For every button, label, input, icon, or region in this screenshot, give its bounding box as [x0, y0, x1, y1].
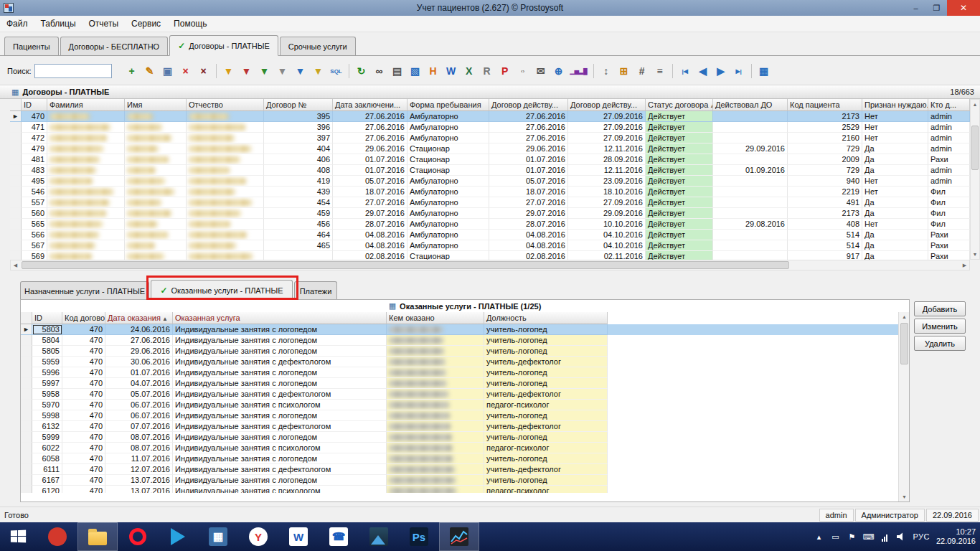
cell-acted-until[interactable]: 29.08.2016 — [713, 219, 788, 230]
menu-file[interactable]: Файл — [0, 17, 34, 31]
cell-id[interactable]: 6120 — [32, 486, 62, 493]
cell-date-signed[interactable]: 05.07.2016 — [333, 176, 407, 187]
cell-id[interactable]: 471 — [22, 122, 47, 133]
cell-contract-number[interactable]: 395 — [264, 111, 333, 122]
cell-stay-form[interactable]: Стационар — [407, 165, 489, 176]
cell-acted-until[interactable] — [713, 208, 788, 219]
scroll-thumb[interactable] — [900, 323, 908, 364]
cell-id[interactable]: 569 — [22, 251, 47, 260]
cell-valid-from[interactable]: 27.06.2016 — [489, 133, 568, 143]
cell-contract-code[interactable]: 470 — [62, 324, 105, 335]
cell-id[interactable]: 6058 — [32, 453, 62, 464]
cell-status[interactable]: Действует — [646, 143, 713, 154]
cell-contract-number[interactable]: 408 — [264, 165, 333, 176]
cell-date-rendered[interactable]: 08.07.2016 — [105, 432, 173, 443]
tray-network-icon[interactable] — [880, 532, 890, 542]
cell-service-name[interactable]: Индивидуальные занятия с психологом — [173, 486, 387, 493]
cell-stay-form[interactable]: Амбулаторно — [407, 219, 489, 230]
contracts-column-header-9[interactable]: Договор действу... — [568, 99, 646, 111]
cell-patronymic[interactable] — [187, 143, 264, 154]
cell-valid-to[interactable]: 12.11.2016 — [568, 165, 646, 176]
cell-surname[interactable] — [47, 165, 125, 176]
cell-date-rendered[interactable]: 05.07.2016 — [105, 389, 173, 400]
cell-needy[interactable]: Да — [862, 154, 928, 165]
cell-status[interactable]: Действует — [646, 230, 713, 240]
cell-patronymic[interactable] — [187, 187, 264, 197]
cell-service-name[interactable]: Индивидуальные занятия с логопедом — [173, 367, 387, 378]
cell-patronymic[interactable] — [187, 111, 264, 122]
row-indicator[interactable] — [21, 357, 32, 367]
main-tab-3[interactable]: Срочные услуги — [280, 37, 356, 55]
export-word-icon[interactable]: W — [443, 62, 460, 80]
services-table-row[interactable]: 597047006.07.2016Индивидуальные занятия … — [21, 400, 909, 410]
cell-id[interactable]: 495 — [22, 176, 47, 187]
cell-patient-code[interactable]: 408 — [788, 219, 862, 230]
contracts-hscrollbar[interactable]: ◀ ▶ — [10, 260, 970, 270]
cell-status[interactable]: Действует — [646, 165, 713, 176]
row-indicator[interactable] — [10, 240, 22, 251]
cell-contract-number[interactable]: 454 — [264, 197, 333, 208]
cell-created-by[interactable]: Рахи — [928, 230, 970, 240]
cell-created-by[interactable]: Рахи — [928, 251, 970, 260]
sort-icon[interactable]: ↕ — [598, 62, 615, 80]
cell-surname[interactable] — [47, 187, 125, 197]
services-table-row[interactable]: 612047013.07.2016Индивидуальные занятия … — [21, 486, 909, 493]
row-indicator[interactable] — [10, 154, 22, 165]
cell-id[interactable]: 472 — [22, 133, 47, 143]
cell-position[interactable]: педагог-психолог — [484, 443, 608, 453]
cell-valid-to[interactable]: 12.11.2016 — [568, 143, 646, 154]
cell-surname[interactable] — [47, 208, 125, 219]
row-indicator[interactable] — [21, 346, 32, 357]
cell-id[interactable]: 566 — [22, 230, 47, 240]
filter-exclude-icon[interactable]: ▼ — [274, 62, 291, 80]
start-button[interactable] — [0, 522, 37, 551]
cell-valid-to[interactable]: 27.09.2016 — [568, 122, 646, 133]
cell-service-name[interactable]: Индивидуальные занятия с дефектологом — [173, 389, 387, 400]
cell-contract-number[interactable]: 419 — [264, 176, 333, 187]
cell-contract-number[interactable]: 397 — [264, 133, 333, 143]
cell-surname[interactable] — [47, 122, 125, 133]
cell-firstname[interactable] — [125, 143, 187, 154]
services-column-header-6[interactable]: Должность — [484, 312, 608, 324]
cell-id[interactable]: 6167 — [32, 475, 62, 486]
tray-expand-icon[interactable]: ▴ — [814, 532, 824, 542]
cell-patronymic[interactable] — [187, 251, 264, 260]
cell-valid-from[interactable]: 05.07.2016 — [489, 176, 568, 187]
cell-date-rendered[interactable]: 08.07.2016 — [105, 443, 173, 453]
cell-firstname[interactable] — [125, 154, 187, 165]
cell-contract-code[interactable]: 470 — [62, 346, 105, 357]
menu-help[interactable]: Помощь — [167, 17, 213, 31]
cell-firstname[interactable] — [125, 230, 187, 240]
cell-acted-until[interactable] — [713, 187, 788, 197]
cell-contract-code[interactable]: 470 — [62, 421, 105, 432]
contracts-table-row[interactable]: 48140601.07.2016Стационар01.07.201628.09… — [10, 154, 970, 165]
cell-rendered-by[interactable] — [387, 486, 484, 493]
row-indicator[interactable] — [10, 122, 22, 133]
export-xml-icon[interactable]: ‹› — [514, 62, 532, 80]
row-indicator[interactable] — [10, 208, 22, 219]
cell-id[interactable]: 5805 — [32, 346, 62, 357]
cell-position[interactable]: учитель-логопед — [484, 346, 608, 357]
calculator-icon[interactable]: # — [633, 62, 651, 80]
cell-stay-form[interactable]: Стационар — [407, 154, 489, 165]
contracts-table-row[interactable]: 56646404.08.2016Амбулаторно04.08.201604.… — [10, 230, 970, 240]
cell-contract-number[interactable]: 456 — [264, 219, 333, 230]
cell-valid-from[interactable]: 28.07.2016 — [489, 219, 568, 230]
edit-record-icon[interactable]: ✎ — [141, 62, 159, 80]
contracts-column-header-7[interactable]: Форма пребывания — [407, 99, 489, 111]
cell-position[interactable]: учитель-логопед — [484, 324, 608, 335]
cell-date-rendered[interactable]: 01.07.2016 — [105, 367, 173, 378]
cell-needy[interactable]: Да — [862, 165, 928, 176]
grid-settings-icon[interactable]: ≡ — [651, 62, 669, 80]
cell-stay-form[interactable]: Амбулаторно — [407, 133, 489, 143]
cell-needy[interactable]: Да — [862, 143, 928, 154]
cell-status[interactable]: Действует — [646, 111, 713, 122]
cell-acted-until[interactable] — [713, 122, 788, 133]
cell-created-by[interactable]: Рахи — [928, 240, 970, 251]
cell-patronymic[interactable] — [187, 122, 264, 133]
cell-position[interactable]: учитель-дефектолог — [484, 464, 608, 475]
nav-first-icon[interactable]: |◀ — [677, 62, 694, 80]
cell-created-by[interactable]: admin — [928, 143, 970, 154]
cell-date-signed[interactable]: 28.07.2016 — [333, 219, 407, 230]
cell-acted-until[interactable] — [713, 197, 788, 208]
